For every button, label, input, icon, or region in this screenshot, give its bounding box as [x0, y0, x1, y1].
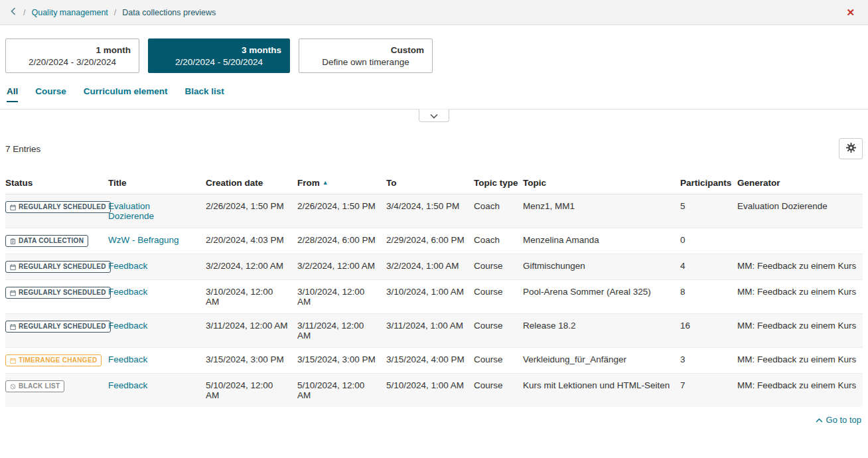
breadcrumb-separator: / — [114, 8, 116, 17]
back-button[interactable] — [9, 6, 17, 19]
chevron-down-icon — [430, 111, 438, 121]
table-row[interactable]: REGULARLY SCHEDULEDFeedback3/10/2024, 12… — [5, 280, 863, 314]
data-collections-table: Status Title Creation date From▲ To Topi… — [5, 174, 863, 407]
collapse-filters-button[interactable] — [419, 109, 449, 122]
data-collection-link[interactable]: Evaluation Dozierende — [108, 201, 154, 221]
timerange-card-3-months[interactable]: 3 months 2/20/2024 - 5/20/2024 — [148, 38, 290, 73]
from-cell: 3/15/2024, 3:00 PM — [297, 348, 386, 374]
timerange-card-1-month[interactable]: 1 month 2/20/2024 - 3/20/2024 — [5, 38, 139, 73]
to-cell: 5/10/2024, 1:00 AM — [386, 374, 474, 408]
chevron-left-icon — [11, 7, 16, 17]
status-badge: BLACK LIST — [5, 380, 64, 392]
status-badge: REGULARLY SCHEDULED — [5, 261, 111, 273]
column-header-from[interactable]: From▲ — [297, 174, 386, 194]
topic-type-cell: Course — [474, 314, 523, 348]
table-row[interactable]: TIMERANGE CHANGEDFeedback3/15/2024, 3:00… — [5, 348, 863, 374]
timerange-cards: 1 month 2/20/2024 - 3/20/2024 3 months 2… — [0, 25, 868, 73]
topic-cell: Kurs mit Lektionen und HTML-Seiten — [523, 374, 680, 408]
generator-cell: MM: Feedback zu einem Kurs — [737, 314, 863, 348]
page-footer: Go to top — [0, 407, 868, 425]
data-collection-link[interactable]: Feedback — [108, 380, 147, 390]
from-cell: 3/11/2024, 12:00 AM — [297, 314, 386, 348]
column-header-title[interactable]: Title — [108, 174, 206, 194]
timerange-card-custom[interactable]: Custom Define own timerange — [299, 38, 433, 73]
chevron-up-icon — [816, 415, 823, 425]
creation-date-cell: 3/11/2024, 12:00 AM — [206, 314, 297, 348]
title-cell: Feedback — [108, 254, 206, 280]
topic-cell: Giftmischungen — [523, 254, 680, 280]
topic-cell: Pool-Arena Sommer (Areal 325) — [523, 280, 680, 314]
data-collection-link[interactable]: Feedback — [108, 261, 147, 271]
timerange-card-subtitle: Define own timerange — [307, 57, 424, 67]
column-header-participants[interactable]: Participants — [680, 174, 737, 194]
calendar-icon — [10, 264, 16, 270]
from-cell: 2/26/2024, 1:50 PM — [297, 194, 386, 228]
table-body: REGULARLY SCHEDULEDEvaluation Dozierende… — [5, 194, 863, 408]
creation-date-cell: 5/10/2024, 12:00 AM — [206, 374, 297, 408]
data-collection-link[interactable]: Feedback — [108, 354, 147, 364]
to-cell: 3/10/2024, 1:00 AM — [386, 280, 474, 314]
column-header-topic-type[interactable]: Topic type — [474, 174, 523, 194]
table-row[interactable]: REGULARLY SCHEDULEDFeedback3/2/2024, 12:… — [5, 254, 863, 280]
from-cell: 3/10/2024, 12:00 AM — [297, 280, 386, 314]
column-header-creation-date[interactable]: Creation date — [206, 174, 297, 194]
close-button[interactable]: ✕ — [842, 7, 859, 18]
data-collection-link[interactable]: WzW - Befragung — [108, 235, 179, 245]
topic-cell: Menz1, MM1 — [523, 194, 680, 228]
creation-date-cell: 2/26/2024, 1:50 PM — [206, 194, 297, 228]
timerange-card-subtitle: 2/20/2024 - 5/20/2024 — [157, 57, 281, 67]
topic-type-cell: Course — [474, 348, 523, 374]
breadcrumb-current: Data collections previews — [122, 8, 216, 17]
participants-cell: 16 — [680, 314, 737, 348]
breadcrumb-link-quality-management[interactable]: Quality management — [31, 8, 108, 17]
from-cell: 2/28/2024, 6:00 PM — [297, 228, 386, 254]
data-collection-link[interactable]: Feedback — [108, 287, 147, 297]
data-collection-link[interactable]: Feedback — [108, 321, 147, 331]
calendar-icon — [10, 290, 16, 296]
to-cell: 3/11/2024, 1:00 AM — [386, 314, 474, 348]
go-to-top-link[interactable]: Go to top — [816, 415, 861, 425]
timerange-card-title: Custom — [307, 45, 424, 55]
status-cell: REGULARLY SCHEDULED — [5, 314, 108, 348]
topic-type-cell: Coach — [474, 228, 523, 254]
table-settings-button[interactable] — [839, 138, 863, 159]
timerange-card-subtitle: 2/20/2024 - 3/20/2024 — [14, 57, 131, 67]
status-cell: REGULARLY SCHEDULED — [5, 254, 108, 280]
title-cell: Evaluation Dozierende — [108, 194, 206, 228]
tab-all[interactable]: All — [7, 86, 18, 102]
creation-date-cell: 2/20/2024, 4:03 PM — [206, 228, 297, 254]
title-cell: WzW - Befragung — [108, 228, 206, 254]
tab-black-list[interactable]: Black list — [185, 86, 224, 102]
creation-date-cell: 3/2/2024, 12:00 AM — [206, 254, 297, 280]
tab-course[interactable]: Course — [35, 86, 66, 102]
creation-date-cell: 3/10/2024, 12:00 AM — [206, 280, 297, 314]
status-badge: REGULARLY SCHEDULED — [5, 287, 111, 299]
to-cell: 3/15/2024, 4:00 PM — [386, 348, 474, 374]
column-header-status[interactable]: Status — [5, 174, 108, 194]
filter-divider — [0, 109, 868, 123]
column-header-to[interactable]: To — [386, 174, 474, 194]
table-row[interactable]: BLACK LISTFeedback5/10/2024, 12:00 AM5/1… — [5, 374, 863, 408]
column-header-generator[interactable]: Generator — [737, 174, 863, 194]
topic-type-cell: Course — [474, 254, 523, 280]
participants-cell: 4 — [680, 254, 737, 280]
table-row[interactable]: REGULARLY SCHEDULEDEvaluation Dozierende… — [5, 194, 863, 228]
status-cell: REGULARLY SCHEDULED — [5, 194, 108, 228]
status-badge: REGULARLY SCHEDULED — [5, 321, 111, 333]
tab-curriculum-element[interactable]: Curriculum element — [84, 86, 168, 102]
generator-cell: MM: Feedback zu einem Kurs — [737, 280, 863, 314]
generator-cell — [737, 228, 863, 254]
calendar-icon — [10, 358, 16, 364]
status-cell: DATA COLLECTION — [5, 228, 108, 254]
creation-date-cell: 3/15/2024, 3:00 PM — [206, 348, 297, 374]
table-row[interactable]: REGULARLY SCHEDULEDFeedback3/11/2024, 12… — [5, 314, 863, 348]
title-cell: Feedback — [108, 314, 206, 348]
gear-icon — [846, 143, 856, 155]
status-badge: REGULARLY SCHEDULED — [5, 201, 111, 213]
slash-circle-icon — [10, 384, 16, 390]
column-header-topic[interactable]: Topic — [523, 174, 680, 194]
topic-type-cell: Course — [474, 374, 523, 408]
to-cell: 3/2/2024, 1:00 AM — [386, 254, 474, 280]
table-row[interactable]: DATA COLLECTIONWzW - Befragung2/20/2024,… — [5, 228, 863, 254]
clipboard-icon — [10, 238, 16, 244]
